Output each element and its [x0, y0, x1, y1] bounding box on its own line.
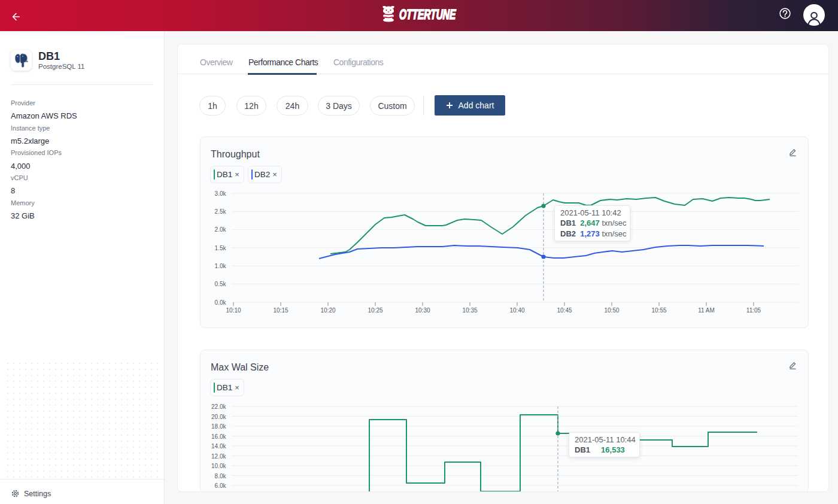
svg-text:10:25: 10:25	[368, 307, 382, 314]
svg-text:6.0k: 6.0k	[215, 482, 227, 489]
svg-text:10:50: 10:50	[604, 307, 619, 314]
svg-text:10:45: 10:45	[557, 307, 572, 314]
svg-text:10.0k: 10.0k	[211, 463, 226, 469]
svg-text:10:30: 10:30	[415, 307, 430, 314]
svg-text:10:20: 10:20	[320, 307, 335, 314]
svg-text:2.5k: 2.5k	[215, 208, 227, 215]
svg-text:0.5k: 0.5k	[215, 281, 227, 287]
svg-text:20.0k: 20.0k	[211, 414, 226, 420]
svg-text:2.0k: 2.0k	[215, 226, 227, 233]
svg-text:14.0k: 14.0k	[211, 443, 226, 450]
svg-text:1.0k: 1.0k	[215, 263, 227, 269]
svg-text:10:35: 10:35	[462, 307, 477, 314]
svg-text:10:55: 10:55	[651, 307, 666, 314]
svg-text:0.0k: 0.0k	[215, 299, 227, 306]
svg-text:16.0k: 16.0k	[211, 433, 226, 440]
svg-text:10:10: 10:10	[226, 307, 241, 314]
svg-text:11 AM: 11 AM	[698, 307, 715, 314]
svg-text:8.0k: 8.0k	[215, 473, 227, 479]
svg-text:10:40: 10:40	[509, 307, 524, 314]
svg-text:12.0k: 12.0k	[211, 453, 226, 460]
svg-text:10:15: 10:15	[273, 307, 288, 314]
svg-text:11:05: 11:05	[746, 307, 761, 314]
svg-text:1.5k: 1.5k	[215, 245, 227, 251]
svg-text:22.0k: 22.0k	[211, 403, 226, 410]
svg-text:18.0k: 18.0k	[211, 423, 226, 430]
svg-text:3.0k: 3.0k	[215, 190, 227, 197]
